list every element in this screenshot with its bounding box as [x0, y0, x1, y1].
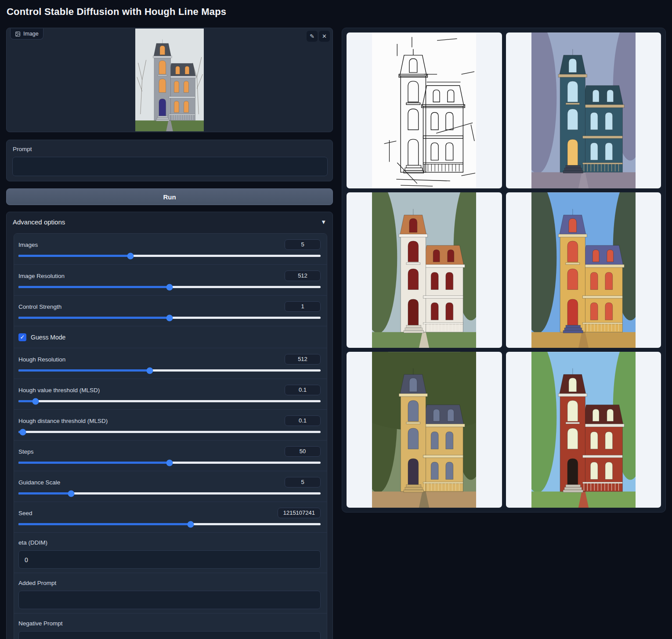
slider-row-hough-resolution: Hough Resolution512: [14, 348, 327, 379]
checkbox-label: Guess Mode: [31, 334, 65, 341]
advanced-options-header[interactable]: Advanced options ▼: [7, 212, 332, 232]
slider-label: Image Resolution: [18, 273, 65, 279]
slider-row-guidance-scale: Guidance Scale5: [14, 471, 327, 502]
slider-label: Seed: [18, 510, 33, 516]
slider-fill: [18, 255, 130, 257]
prompt-input[interactable]: [12, 157, 328, 176]
edit-image-button[interactable]: ✎: [307, 31, 318, 42]
slider-value-input[interactable]: 5: [285, 477, 321, 487]
prompt-panel: Prompt: [6, 140, 333, 181]
slider-label: Hough Resolution: [18, 356, 65, 363]
slider-thumb[interactable]: [68, 490, 75, 497]
input-image-preview[interactable]: [130, 29, 210, 131]
slider-row-hough-value-threshold-mlsd-: Hough value threshold (MLSD)0.1: [14, 379, 327, 409]
slider-thumb[interactable]: [188, 521, 194, 527]
slider-fill: [18, 462, 170, 464]
gallery-item-hough-line-map[interactable]: [347, 32, 502, 188]
run-button[interactable]: Run: [6, 188, 333, 205]
slider-label: Steps: [18, 448, 34, 455]
slider-row-images: Images5: [14, 234, 327, 264]
slider-thumb[interactable]: [20, 429, 26, 435]
chevron-down-icon: ▼: [321, 219, 326, 225]
slider-row-control-strength: Control Strength1: [14, 295, 327, 326]
slider-row-image-resolution: Image Resolution512: [14, 264, 327, 295]
image-component-label: Image: [10, 29, 43, 40]
slider-label: Guidance Scale: [18, 479, 60, 486]
slider-value-input[interactable]: 512: [285, 271, 321, 281]
gallery-grid: [347, 32, 661, 508]
clear-image-button[interactable]: ✕: [319, 31, 330, 42]
slider-label: Hough value threshold (MLSD): [18, 387, 100, 394]
textbox-row-negative-prompt: Negative Prompt: [14, 613, 327, 639]
slider-track[interactable]: [18, 523, 321, 525]
gallery-item-white-victorian-painting[interactable]: [347, 192, 502, 348]
page-title: Control Stable Diffusion with Hough Line…: [7, 6, 226, 18]
close-icon: ✕: [322, 33, 327, 40]
advanced-options-panel: Advanced options ▼ Images5Image Resoluti…: [6, 212, 333, 639]
slider-value-input[interactable]: 1: [285, 301, 321, 312]
advanced-options-form: Images5Image Resolution512Control Streng…: [14, 233, 327, 639]
textbox-input[interactable]: [18, 631, 321, 639]
textbox-label: Negative Prompt: [18, 620, 63, 627]
slider-value-input[interactable]: 0.1: [285, 415, 321, 426]
textbox-row-added-prompt: Added Prompt: [14, 573, 327, 613]
image-icon: [15, 31, 21, 37]
slider-row-seed: Seed1215107241: [14, 502, 327, 532]
slider-fill: [18, 317, 170, 319]
gallery-item-yellow-victorian-painting[interactable]: [506, 192, 661, 348]
result-gallery: [342, 28, 666, 513]
gallery-item-teal-victorian-painting[interactable]: [506, 32, 661, 188]
slider-value-input[interactable]: 1215107241: [278, 508, 321, 518]
advanced-options-title: Advanced options: [13, 218, 65, 226]
textbox-label: eta (DDIM): [18, 539, 47, 546]
slider-row-hough-distance-threshold-mlsd-: Hough distance threshold (MLSD)0.1: [14, 409, 327, 440]
textbox-input[interactable]: [18, 591, 321, 609]
input-image-panel[interactable]: Image ✎ ✕: [6, 28, 333, 132]
slider-thumb[interactable]: [127, 253, 134, 259]
slider-thumb[interactable]: [147, 367, 153, 374]
slider-label: Images: [18, 242, 38, 248]
gallery-item-red-brick-victorian-painting[interactable]: [506, 352, 661, 508]
slider-fill: [18, 369, 150, 372]
slider-fill: [18, 523, 191, 525]
slider-track[interactable]: [18, 286, 321, 288]
slider-value-input[interactable]: 5: [285, 239, 321, 250]
slider-track[interactable]: [18, 369, 321, 372]
slider-value-input[interactable]: 512: [285, 354, 321, 365]
checkbox-row-guess-mode: ✓Guess Mode: [14, 326, 327, 348]
slider-value-input[interactable]: 50: [285, 446, 321, 457]
slider-fill: [18, 492, 71, 495]
slider-track[interactable]: [18, 492, 321, 495]
slider-label: Control Strength: [18, 303, 61, 310]
slider-thumb[interactable]: [33, 398, 39, 404]
textbox-input[interactable]: 0: [18, 550, 321, 569]
slider-track[interactable]: [18, 255, 321, 257]
slider-track[interactable]: [18, 462, 321, 464]
slider-thumb[interactable]: [166, 284, 173, 290]
slider-thumb[interactable]: [166, 459, 173, 466]
prompt-label: Prompt: [13, 146, 32, 152]
textbox-label: Added Prompt: [18, 580, 56, 586]
textbox-row-eta-ddim-: eta (DDIM)0: [14, 532, 327, 573]
slider-thumb[interactable]: [166, 314, 173, 321]
slider-value-input[interactable]: 0.1: [285, 385, 321, 395]
slider-label: Hough distance threshold (MLSD): [18, 418, 108, 424]
slider-track[interactable]: [18, 400, 321, 402]
slider-track[interactable]: [18, 431, 321, 433]
pencil-icon: ✎: [310, 33, 314, 40]
gallery-item-gold-victorian-painting[interactable]: [347, 352, 502, 508]
slider-fill: [18, 286, 170, 288]
guess-mode-checkbox[interactable]: ✓: [18, 333, 26, 341]
slider-track[interactable]: [18, 317, 321, 319]
slider-row-steps: Steps50: [14, 440, 327, 471]
